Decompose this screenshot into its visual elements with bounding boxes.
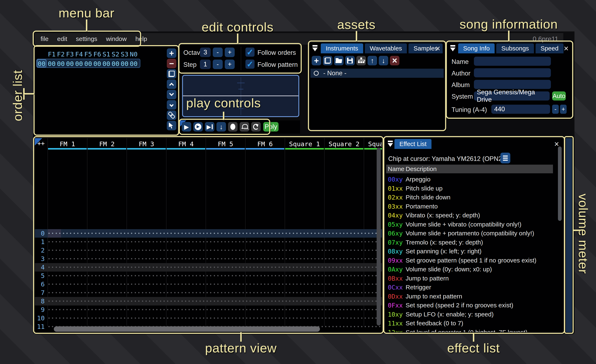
menu-item-window[interactable]: window [106,35,127,42]
order-cell[interactable]: 00 [102,60,111,67]
repeat-pattern-button[interactable] [251,122,261,131]
tab-song-info[interactable]: Song Info [458,44,495,53]
order-cell[interactable]: 00 [65,60,74,67]
effect-list-menu-button[interactable] [500,153,510,163]
menu-item-file[interactable]: file [41,35,48,42]
octave-minus-button[interactable]: - [213,48,223,57]
pattern-corner-label[interactable]: ++ [37,140,45,147]
channel-header-fm-4[interactable]: FM 4 [166,140,206,148]
effect-row-0Bxx[interactable]: 0BxxJump to pattern [385,275,555,284]
order-cell[interactable]: 00 [93,60,102,67]
effect-row-00xy[interactable]: 00xyArpeggio [385,176,555,185]
order-cell[interactable]: 00 [120,60,129,67]
duplicate-order-button[interactable] [167,69,176,79]
effect-row-03xx[interactable]: 03xxPortamento [385,203,555,212]
add-order-button[interactable] [167,48,176,58]
pattern-row[interactable]: 9 [35,306,382,314]
close-icon[interactable]: × [435,44,440,53]
order-edit-mode-button[interactable] [167,121,176,130]
collapse-window-icon[interactable] [450,45,456,52]
name-input[interactable] [474,57,551,66]
tab-subsongs[interactable]: Subsongs [496,44,534,53]
order-cell[interactable]: 00 [84,60,93,67]
effect-row-06xy[interactable]: 06xyVolume slide + portamento (compatibi… [385,230,555,239]
effect-row-10xy[interactable]: 10xySetup LFO (x: enable; y: speed) [385,311,555,320]
effect-row-12xx[interactable]: 12xxSet level of operator 1 (0 highest, … [385,329,555,332]
tab-wavetables[interactable]: Wavetables [365,44,407,53]
author-input[interactable] [474,68,551,77]
tuning-input[interactable]: 440 [491,105,550,114]
pattern-h-scrollbar[interactable] [54,326,320,332]
effect-row-0Fxx[interactable]: 0FxxSet speed (speed 2 if no grooves exi… [385,302,555,311]
delete-instrument-button[interactable] [390,56,399,65]
effect-row-0Dxx[interactable]: 0DxxJump to next pattern [385,293,555,302]
order-cell[interactable]: 00 [74,60,84,67]
menu-item-edit[interactable]: edit [57,35,67,42]
step-minus-button[interactable]: - [213,59,223,69]
step-plus-button[interactable]: + [225,59,235,69]
effect-row-0Axy[interactable]: 0AxyVolume slide (0y: down; x0: up) [385,266,555,275]
move-order-up-button[interactable] [167,80,176,89]
order-cell[interactable]: 00 [47,60,56,67]
close-icon[interactable]: × [564,44,568,53]
instrument-list-item[interactable]: - None - [310,69,444,78]
order-cell[interactable]: 00 [129,60,138,67]
play-pattern-button[interactable] [193,122,203,131]
remove-order-button[interactable] [167,59,176,68]
tab-instruments[interactable]: Instruments [321,44,363,53]
collapse-window-icon[interactable] [387,141,394,147]
move-instrument-down-button[interactable] [379,56,388,65]
duplicate-instrument-button[interactable] [323,56,332,65]
pattern-row[interactable]: 5 [35,272,382,280]
octave-value[interactable]: 3 [200,48,211,57]
pattern-row[interactable]: 8 [35,297,382,306]
pattern-row[interactable]: 2 [35,246,382,255]
order-cell[interactable]: 00 [111,60,120,67]
album-input[interactable] [474,80,551,89]
deep-clone-button[interactable] [167,110,176,120]
tab-speed[interactable]: Speed [536,44,564,53]
follow-orders-checkbox[interactable] [246,48,254,57]
tuning-minus-button[interactable]: - [552,105,559,114]
pattern-row[interactable]: 6 [35,280,382,289]
follow-pattern-checkbox[interactable] [246,59,254,69]
add-instrument-button[interactable] [312,56,321,65]
channel-header-square-2[interactable]: Square 2 [324,140,364,148]
channel-header-fm-6[interactable]: FM 6 [245,140,285,148]
tuning-plus-button[interactable]: + [560,105,567,114]
poly-mono-button[interactable]: Poly [263,122,279,131]
order-row-index[interactable]: 00 [37,60,46,67]
metronome-button[interactable] [240,122,249,131]
octave-plus-button[interactable]: + [225,48,235,57]
step-value[interactable]: 1 [200,59,211,69]
menu-item-settings[interactable]: settings [76,35,97,42]
channel-header-square-3[interactable]: Square 3 [364,140,382,148]
effect-row-08xy[interactable]: 08xySet panning (x: left; y: right) [385,248,555,257]
system-auto-button[interactable]: Auto [552,91,566,101]
effect-row-11xx[interactable]: 11xxSet feedback (0 to 7) [385,320,555,329]
pattern-row[interactable]: 0 [35,229,382,238]
collapse-window-icon[interactable] [312,45,318,52]
open-instrument-button[interactable] [334,56,343,65]
channel-header-fm-5[interactable]: FM 5 [206,140,245,148]
play-from-cursor-button[interactable] [205,122,214,131]
pattern-row[interactable]: 1 [35,238,382,246]
duplicate-to-end-button[interactable] [167,100,176,110]
move-order-down-button[interactable] [167,90,176,99]
effect-row-04xy[interactable]: 04xyVibrato (x: speed; y: depth) [385,212,555,221]
order-cell[interactable]: 00 [56,60,65,67]
step-row-button[interactable] [216,122,226,131]
effect-row-01xx[interactable]: 01xxPitch slide up [385,185,555,194]
effect-row-09xx[interactable]: 09xxSet groove pattern (speed 1 if no gr… [385,257,555,266]
tab-effect-list[interactable]: Effect List [395,139,432,149]
channel-header-fm-2[interactable]: FM 2 [87,140,127,148]
effect-row-07xy[interactable]: 07xyTremolo (x: speed; y: depth) [385,239,555,248]
save-instrument-button[interactable] [345,56,355,65]
pattern-row[interactable]: 4 [35,263,382,272]
channel-header-fm-1[interactable]: FM 1 [48,140,87,148]
effect-row-05xy[interactable]: 05xyVolume slide + vibrato (compatibilit… [385,221,555,230]
pattern-row[interactable]: 10 [35,314,382,322]
stop-button[interactable] [228,122,238,131]
pattern-row[interactable]: 3 [35,255,382,263]
toggle-folders-button[interactable] [356,56,366,65]
